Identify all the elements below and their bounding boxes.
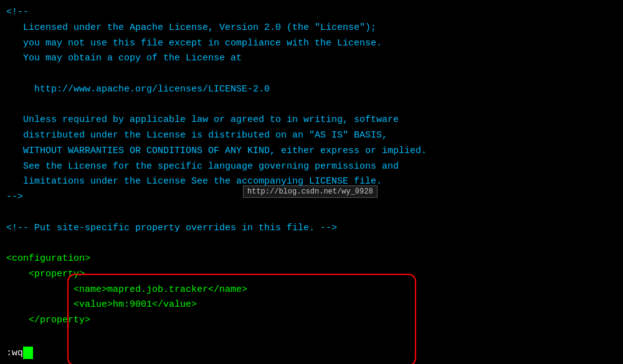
code-editor: <!-- Licensed under the Apache License, … [0,0,623,364]
code-line-21: </property> [6,313,617,329]
code-line-1: <!-- [6,5,617,21]
code-line-6: http://www.apache.org/licenses/LICENSE-2… [6,82,617,98]
code-line-7 [6,98,617,113]
status-bar: :wq [6,347,33,359]
code-line-19: <name>mapred.job.tracker</name> [6,282,617,298]
status-command: :wq [6,348,23,358]
code-line-17: <configuration> [6,251,617,267]
code-line-20: <value>hm:9001</value> [6,297,617,313]
code-line-18: <property> [6,267,617,282]
code-line-2: Licensed under the Apache License, Versi… [6,21,617,36]
code-line-11: See the License for the specific languag… [6,159,617,175]
tooltip-csdn: http://blog.csdn.net/wy_0928 [243,185,378,198]
code-line-14 [6,205,617,221]
code-line-9: distributed under the License is distrib… [6,128,617,144]
code-line-16 [6,236,617,251]
cursor [23,347,33,359]
code-line-4: You may obtain a copy of the License at [6,51,617,67]
code-line-5 [6,67,617,82]
code-line-3: you may not use this file except in comp… [6,36,617,52]
code-line-10: WITHOUT WARRANTIES OR CONDITIONS OF ANY … [6,144,617,159]
code-line-8: Unless required by applicable law or agr… [6,113,617,128]
code-line-15: <!-- Put site-specific property override… [6,221,617,236]
